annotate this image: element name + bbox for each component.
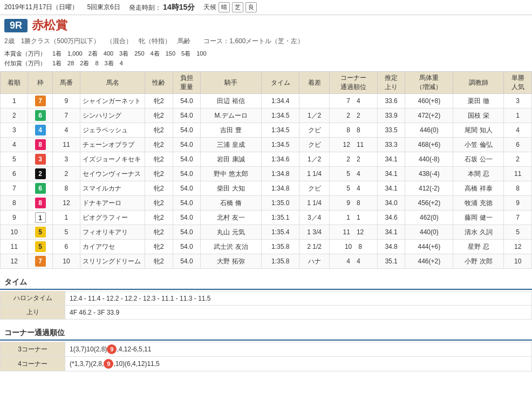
cell-last3f: 34.1 [377,152,405,167]
prize-row-2: 付加賞（万円） 1着 28 2着 8 3着 4 [4,59,528,69]
cell-odds: 11 [504,167,532,181]
cell-num: 3 [52,152,80,167]
cell-name: カイアワセ [80,240,145,254]
track-condition-badge: 良 [245,2,257,12]
cell-body: 456(+2) [405,196,453,211]
cell-jockey: 吉田 豊 [201,123,262,138]
cell-time: 1:34.5 [262,138,299,152]
corner4-label: 4コーナー [1,357,65,371]
cell-num: 7 [52,108,80,123]
col-corner: コーナー通過順位 [329,72,377,94]
cell-jockey: 野中 悠太郎 [201,167,262,181]
weather-badge: 晴 [219,2,230,12]
cell-rank: 10 [1,225,28,240]
halon-row: ハロンタイム 12.4 - 11.4 - 12.2 - 12.2 - 12.3 … [1,291,532,306]
halon-value: 12.4 - 11.4 - 12.2 - 12.2 - 12.3 - 11.1 … [65,291,532,306]
col-jockey: 騎手 [201,72,262,94]
cell-jockey: 柴田 大知 [201,181,262,196]
corner4-row: 4コーナー (*1,3,7)(2,8,9,10)(6,4,12)11,5 [1,357,532,371]
cell-name: シャインガーネット [80,94,145,108]
cell-waku: 8 [28,138,52,152]
cell-jockey: 大野 拓弥 [201,254,262,269]
cell-name: スリリングドリーム [80,254,145,269]
cell-num: 9 [52,94,80,108]
cell-corner: 5 4 [329,181,377,196]
cell-margin: クビ [299,138,330,152]
prize-label-2: 付加賞（万円） [4,59,46,69]
cell-rank: 9 [1,211,28,225]
cell-margin: 1 1/4 [299,196,330,211]
cell-jockey: M.デムーロ [201,108,262,123]
cell-corner: 9 8 [329,196,377,211]
prize-section: 本賞金（万円） 1着 1,000 2着 400 3着 250 4着 150 5着… [0,48,532,71]
col-name: 馬名 [80,72,145,94]
cell-body: 462(0) [405,211,453,225]
cell-weight: 54.0 [173,211,200,225]
cell-margin [299,94,330,108]
cell-time: 1:34.4 [262,94,299,108]
col-waku: 枠 [28,72,52,94]
cell-weight: 54.0 [173,181,200,196]
cell-name: チェーンオブラブ [80,138,145,152]
cell-rank: 12 [1,254,28,269]
cell-odds: 3 [504,94,532,108]
cell-weight: 54.0 [173,196,200,211]
cell-rank: 6 [1,167,28,181]
cell-jockey: 田辺 裕信 [201,94,262,108]
cell-sex: 牝2 [145,167,173,181]
cell-num: 12 [52,196,80,211]
col-time: タイム [262,72,299,94]
cell-name: ジェラペッシュ [80,123,145,138]
last3f-label: 上り [1,306,65,320]
cell-body: 440(-8) [405,152,453,167]
cell-name: スマイルカナ [80,181,145,196]
time-table: ハロンタイム 12.4 - 11.4 - 12.2 - 12.2 - 12.3 … [0,291,532,320]
cell-sex: 牝2 [145,181,173,196]
corner3-row: 3コーナー 1(3,7)10(2,8)9,4,12-6,5,11 [1,342,532,357]
cell-sex: 牝2 [145,152,173,167]
cell-sex: 牝2 [145,108,173,123]
header-bar: 2019年11月17日（日曜） 5回東京6日 発走時刻： 14時15分 天候 晴… [0,0,532,15]
cell-sex: 牝2 [145,196,173,211]
cell-jockey: 石橋 脩 [201,196,262,211]
cell-num: 6 [52,240,80,254]
cell-weight: 54.0 [173,225,200,240]
cell-sex: 牝2 [145,123,173,138]
cell-time: 1:34.6 [262,152,299,167]
cell-weight: 54.0 [173,240,200,254]
cell-trainer: 高橋 祥泰 [453,181,504,196]
cell-weight: 54.0 [173,123,200,138]
track-type-badge: 芝 [232,2,243,12]
cell-sex: 牝2 [145,240,173,254]
col-last3f: 推定上り [377,72,405,94]
race-number: 9R [4,19,28,32]
cell-odds: 4 [504,123,532,138]
race-name: 赤松賞 [32,17,67,33]
cell-odds: 12 [504,240,532,254]
results-table: 着順 枠 馬番 馬名 性齢 負担重量 騎手 タイム 着差 コーナー通過順位 推定… [0,71,532,269]
cell-odds: 5 [504,225,532,240]
cell-body: 468(+6) [405,138,453,152]
cell-last3f: 33.9 [377,108,405,123]
weather-label: 天候 [203,3,216,12]
cell-corner: 1 1 [329,211,377,225]
cell-jockey: 北村 友一 [201,211,262,225]
col-odds: 単勝人気 [504,72,532,94]
cell-last3f: 35.1 [377,254,405,269]
cell-weight: 54.0 [173,152,200,167]
cell-corner: 2 2 [329,108,377,123]
cell-weight: 54.0 [173,138,200,152]
cell-margin: 2 1/2 [299,240,330,254]
cell-num: 4 [52,123,80,138]
cell-jockey: 丸山 元気 [201,225,262,240]
cell-trainer: 清水 久詞 [453,225,504,240]
cell-trainer: 小野 次郎 [453,254,504,269]
cell-margin: 1／2 [299,108,330,123]
cell-jockey: 武士沢 友治 [201,240,262,254]
cell-corner: 4 4 [329,254,377,269]
cell-waku: 5 [28,240,52,254]
start-label: 発走時刻： 14時15分 [129,3,195,12]
table-row: 2 6 7 シンハリング 牝2 54.0 M.デムーロ 1:34.5 1／2 2… [1,108,532,123]
cell-sex: 牝2 [145,254,173,269]
cell-last3f: 33.3 [377,138,405,152]
